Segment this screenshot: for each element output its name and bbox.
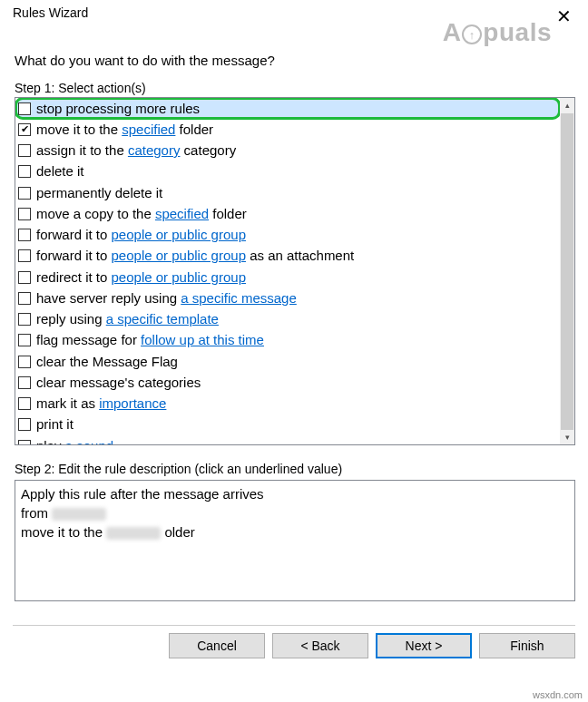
action-row[interactable]: stop processing more rules <box>15 98 560 119</box>
window-title: Rules Wizard <box>13 5 88 20</box>
action-link[interactable]: people or public group <box>112 248 246 263</box>
action-label: stop processing more rules <box>36 100 200 118</box>
action-row[interactable]: clear the Message Flag <box>15 351 560 372</box>
finish-button[interactable]: Finish <box>479 633 575 658</box>
action-label: clear message's categories <box>36 374 201 392</box>
action-row[interactable]: print it <box>15 414 560 435</box>
action-label: move it to the specified folder <box>36 121 213 139</box>
desc-line1: Apply this rule after the message arrive… <box>21 484 569 503</box>
action-label: mark it as importance <box>36 395 166 413</box>
action-row[interactable]: redirect it to people or public group <box>15 267 560 288</box>
action-checkbox[interactable] <box>18 208 31 220</box>
separator <box>13 625 575 626</box>
scrollbar-thumb[interactable] <box>561 113 573 430</box>
action-label: print it <box>36 415 74 434</box>
action-row[interactable]: have server reply using a specific messa… <box>15 288 560 308</box>
action-label: redirect it to people or public group <box>36 268 246 287</box>
action-row[interactable]: permanently delete it <box>15 182 560 203</box>
action-label: clear the Message Flag <box>36 353 178 371</box>
action-checkbox[interactable] <box>18 144 31 157</box>
action-checkbox[interactable] <box>18 271 31 284</box>
action-label: reply using a specific template <box>36 310 219 328</box>
action-link[interactable]: category <box>128 142 181 158</box>
action-link[interactable]: a specific message <box>181 290 297 306</box>
action-link[interactable]: specified <box>122 122 175 137</box>
action-checkbox[interactable] <box>18 187 31 200</box>
action-row[interactable]: clear message's categories <box>15 372 560 393</box>
action-label: delete it <box>36 162 84 180</box>
action-row[interactable]: move a copy to the specified folder <box>15 203 560 224</box>
action-checkbox[interactable] <box>18 313 31 326</box>
next-button[interactable]: Next > <box>376 633 472 658</box>
action-row[interactable]: reply using a specific template <box>15 309 560 330</box>
action-label: forward it to people or public group <box>36 226 246 244</box>
redacted-value <box>106 527 161 540</box>
action-row[interactable]: play a sound <box>15 435 560 444</box>
action-checkbox[interactable] <box>18 229 31 241</box>
cancel-button[interactable]: Cancel <box>169 633 265 658</box>
action-label: forward it to people or public group as … <box>36 247 354 265</box>
close-button[interactable]: ✕ <box>549 5 579 27</box>
action-checkbox[interactable] <box>18 356 31 368</box>
action-checkbox[interactable] <box>18 418 31 431</box>
action-checkbox[interactable] <box>18 123 31 136</box>
action-label: move a copy to the specified folder <box>36 205 247 223</box>
action-link[interactable]: people or public group <box>112 269 246 285</box>
actions-listbox[interactable]: stop processing more rulesmove it to the… <box>15 97 575 445</box>
action-link[interactable]: a sound <box>65 438 113 445</box>
action-link[interactable]: follow up at this time <box>141 332 264 347</box>
action-row[interactable]: forward it to people or public group as … <box>15 246 560 267</box>
action-checkbox[interactable] <box>18 165 31 178</box>
action-label: assign it to the category category <box>36 141 236 160</box>
action-row[interactable]: move it to the specified folder <box>15 119 560 140</box>
action-checkbox[interactable] <box>18 376 31 389</box>
action-row[interactable]: assign it to the category category <box>15 141 560 161</box>
rule-description-box[interactable]: Apply this rule after the message arrive… <box>15 480 575 601</box>
action-label: flag message for follow up at this time <box>36 331 264 349</box>
action-row[interactable]: delete it <box>15 161 560 182</box>
action-checkbox[interactable] <box>18 102 31 115</box>
scrollbar[interactable]: ▴ ▾ <box>560 98 574 444</box>
action-label: play a sound <box>36 437 113 445</box>
back-button[interactable]: < Back <box>272 633 368 658</box>
action-checkbox[interactable] <box>18 334 31 346</box>
action-row[interactable]: mark it as importance <box>15 394 560 414</box>
action-label: have server reply using a specific messa… <box>36 289 297 307</box>
action-checkbox[interactable] <box>18 292 31 305</box>
action-row[interactable]: forward it to people or public group <box>15 225 560 246</box>
scroll-down-icon[interactable]: ▾ <box>565 430 570 444</box>
desc-line3: move it to the older <box>21 522 569 541</box>
action-label: permanently delete it <box>36 184 162 202</box>
action-row[interactable]: flag message for follow up at this time <box>15 330 560 351</box>
action-link[interactable]: specified <box>155 206 209 221</box>
action-link[interactable]: importance <box>99 395 166 411</box>
action-checkbox[interactable] <box>18 249 31 262</box>
action-checkbox[interactable] <box>18 440 31 444</box>
action-checkbox[interactable] <box>18 397 31 410</box>
scroll-up-icon[interactable]: ▴ <box>565 98 570 112</box>
redacted-value <box>52 508 106 521</box>
desc-line2: from <box>21 503 569 522</box>
step1-label: Step 1: Select action(s) <box>15 81 575 95</box>
site-watermark: wsxdn.com <box>533 689 583 700</box>
step2-label: Step 2: Edit the rule description (click… <box>15 462 575 476</box>
button-bar: Cancel < Back Next > Finish <box>0 633 588 666</box>
action-link[interactable]: people or public group <box>112 227 246 242</box>
action-link[interactable]: a specific template <box>106 311 219 327</box>
wizard-question: What do you want to do with the message? <box>15 53 575 68</box>
